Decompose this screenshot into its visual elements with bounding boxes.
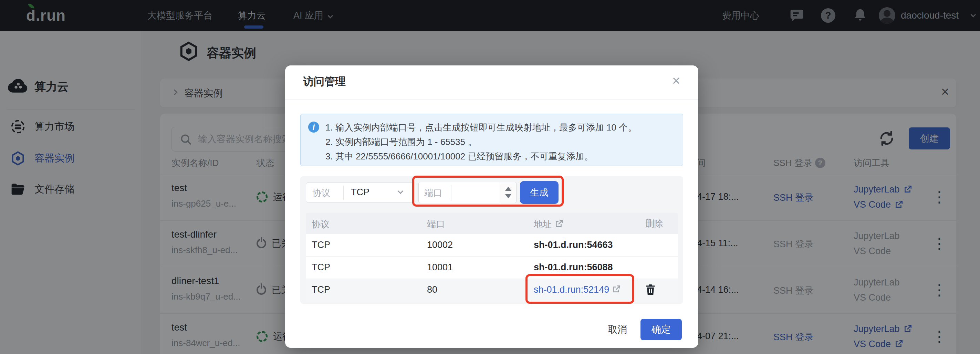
column-header-delete: 删除: [645, 218, 663, 230]
info-line-1: 1. 输入实例内部端口号，点击生成按钮即可生成映射地址，最多可添加 10 个。: [325, 121, 637, 134]
column-header-address: 地址: [534, 218, 563, 230]
protocol-select[interactable]: 协议 TCP: [306, 182, 413, 203]
mapping-address-link[interactable]: sh-01.d.run:52149: [534, 284, 621, 295]
mapping-table-header: 协议 端口 地址 删除: [306, 213, 678, 234]
mapping-protocol: TCP: [312, 262, 330, 273]
mapping-row: TCP 10001 sh-01.d.run:56088: [306, 257, 678, 279]
cancel-button[interactable]: 取消: [602, 323, 633, 336]
input-divider: [451, 185, 452, 201]
mapping-protocol: TCP: [312, 240, 330, 250]
port-mapping-panel: 协议 TCP 端口 生成 协议 端口 地址: [300, 176, 683, 304]
app-window: d.run 大模型服务平台 算力云 AI 应用 费用中心 ? daocloud-…: [0, 0, 980, 354]
mapping-row: TCP 10002 sh-01.d.run:54663: [306, 234, 678, 257]
info-banner: i 1. 输入实例内部端口号，点击生成按钮即可生成映射地址，最多可添加 10 个…: [300, 114, 683, 166]
info-icon: i: [308, 121, 319, 132]
mapping-table: 协议 端口 地址 删除 TCP 10002 sh-01.d.run:54663 …: [306, 213, 678, 301]
stepper-up-icon[interactable]: [505, 187, 511, 191]
column-header-port: 端口: [427, 218, 445, 230]
external-link-icon: [612, 285, 621, 294]
protocol-value: TCP: [351, 187, 369, 198]
chevron-down-icon: [398, 188, 404, 194]
mapping-port: 10001: [427, 262, 453, 273]
mapping-row: TCP 80 sh-01.d.run:52149: [306, 279, 678, 301]
mapping-protocol: TCP: [312, 284, 330, 295]
protocol-label: 协议: [312, 187, 330, 199]
port-input-group: 端口: [418, 182, 517, 203]
delete-cell: [645, 284, 655, 295]
confirm-button[interactable]: 确定: [641, 319, 682, 340]
column-header-protocol: 协议: [312, 218, 329, 230]
mapping-port: 80: [427, 284, 438, 295]
external-link-icon: [554, 219, 563, 228]
port-input[interactable]: [455, 183, 499, 201]
port-label: 端口: [424, 187, 442, 199]
select-divider: [343, 186, 344, 200]
trash-icon[interactable]: [645, 284, 655, 295]
access-management-modal: 访问管理 i 1. 输入实例内部端口号，点击生成按钮即可生成映射地址，最多可添加…: [285, 65, 698, 348]
stepper-down-icon[interactable]: [505, 194, 511, 198]
mapping-port: 10002: [427, 240, 453, 250]
modal-footer-divider: [285, 310, 698, 310]
mapping-address: sh-01.d.run:56088: [534, 262, 613, 273]
info-line-2: 2. 实例内部端口号范围为 1 - 65535 。: [325, 136, 477, 148]
info-line-3: 3. 其中 22/5555/6666/10001/10002 已经预留服务，不可…: [325, 150, 593, 163]
generate-button[interactable]: 生成: [520, 181, 558, 204]
mapping-address: sh-01.d.run:54663: [534, 240, 613, 250]
number-stepper: [500, 182, 516, 203]
modal-close-icon[interactable]: ×: [672, 73, 680, 88]
modal-title: 访问管理: [303, 74, 346, 89]
